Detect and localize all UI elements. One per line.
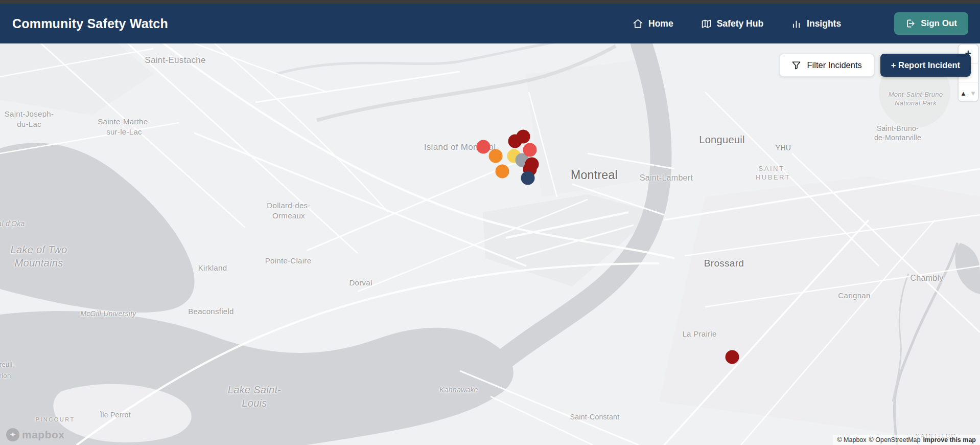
map-label: Montreal	[571, 168, 618, 183]
map-label: al d'Oka	[0, 219, 25, 228]
attribution-osm-link[interactable]: © OpenStreetMap	[869, 436, 921, 443]
map-label: Lake Saint- Louis	[228, 383, 281, 410]
map-label: Beaconsfield	[188, 306, 234, 317]
nav-item-label: Home	[648, 18, 673, 29]
navbar-links: Home Safety Hub Insights Sign Out	[633, 12, 968, 35]
incident-marker[interactable]	[523, 143, 537, 157]
map-label: Saint-Lambert	[640, 173, 693, 184]
incident-marker[interactable]	[496, 165, 509, 179]
incident-marker[interactable]	[489, 149, 503, 163]
home-icon	[633, 18, 643, 29]
map-label: Brossard	[704, 257, 744, 270]
map-label: rion	[0, 372, 11, 381]
map-icon	[701, 18, 712, 29]
map-label: Kahnawake	[439, 385, 478, 394]
map-label: YHU	[776, 143, 791, 152]
map-label: La Prairie	[682, 329, 716, 339]
incident-marker[interactable]	[726, 350, 739, 364]
map-label: Dorval	[349, 278, 372, 288]
map-label: PINCOURT	[35, 416, 75, 423]
nav-item-safety-hub[interactable]: Safety Hub	[701, 18, 763, 29]
compass-up-icon: ▲	[960, 90, 967, 97]
map-canvas[interactable]: Saint-EustacheSaint-Joseph- du-LacSainte…	[0, 43, 980, 445]
incident-marker[interactable]	[508, 135, 522, 148]
screen: Community Safety Watch Home Safety Hub I…	[0, 0, 980, 445]
funnel-icon	[791, 60, 801, 70]
map-label: Saint-Eustache	[145, 55, 206, 66]
mapbox-logo[interactable]: ✦ mapbox	[6, 428, 65, 441]
map-label: McGill University	[80, 309, 136, 318]
map-label: Dollard-des- Ormeaux	[267, 201, 310, 220]
filter-incidents-button[interactable]: Filter Incidents	[779, 54, 874, 77]
compass-button[interactable]: ▲ ▼	[959, 82, 978, 101]
incident-marker[interactable]	[521, 171, 535, 185]
map-label: Saint-Bruno- de-Montarville	[874, 124, 921, 142]
map-attribution: © Mapbox © OpenStreetMap Improve this ma…	[833, 435, 980, 445]
map-label: Kirkland	[198, 263, 227, 273]
sign-out-button[interactable]: Sign Out	[894, 12, 968, 35]
map-label: Sainte-Marthe- sur-le-Lac	[98, 117, 150, 137]
map-label: SAINT- HUBERT	[756, 165, 790, 182]
report-incident-button[interactable]: + Report Incident	[880, 54, 971, 77]
attribution-improve-link[interactable]: Improve this map	[923, 436, 976, 443]
bar-chart-icon	[791, 18, 802, 29]
nav-item-label: Insights	[807, 18, 841, 29]
map-label: Chambly	[910, 273, 943, 284]
mapbox-wordmark: mapbox	[22, 429, 65, 441]
navbar: Community Safety Watch Home Safety Hub I…	[0, 4, 980, 43]
map-label: Carignan	[838, 291, 870, 301]
window-chrome-strip	[0, 0, 980, 4]
map-label: Mont-Saint-Bruno National Park	[889, 91, 943, 108]
nav-item-label: Safety Hub	[717, 18, 763, 29]
mapbox-pin-icon: ✦	[6, 428, 19, 441]
map-label: reuil-	[0, 361, 15, 369]
nav-item-home[interactable]: Home	[633, 18, 673, 29]
map-toolbar: Filter Incidents + Report Incident	[779, 54, 971, 77]
nav-item-insights[interactable]: Insights	[791, 18, 841, 29]
app-title: Community Safety Watch	[12, 16, 168, 31]
map-label: Longueuil	[699, 133, 744, 146]
map-label: Saint-Joseph- du-Lac	[5, 109, 54, 129]
log-out-icon	[905, 18, 916, 29]
sign-out-label: Sign Out	[921, 18, 957, 29]
attribution-mapbox-link[interactable]: © Mapbox	[837, 436, 866, 443]
filter-incidents-label: Filter Incidents	[807, 60, 861, 70]
incident-marker[interactable]	[477, 140, 491, 154]
map-artwork	[0, 43, 980, 445]
compass-down-icon: ▼	[970, 90, 976, 97]
map-label: Lake of Two Mountains	[11, 243, 67, 270]
map-label: Île Perrot	[100, 410, 131, 419]
map-label: Pointe-Claire	[265, 256, 312, 266]
map-label: Saint-Constant	[570, 412, 620, 421]
